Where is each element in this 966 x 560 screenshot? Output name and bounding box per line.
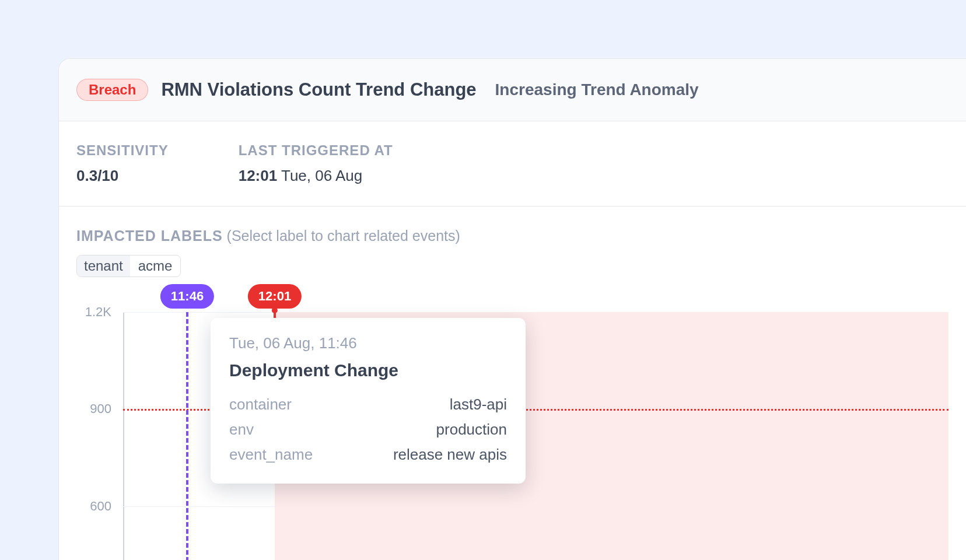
event-bubble-deploy: 11:46 [160, 284, 214, 309]
impacted-labels-header: IMPACTED LABELS (Select label to chart r… [76, 228, 949, 244]
tooltip-timestamp: Tue, 06 Aug, 11:46 [229, 334, 507, 352]
event-bubble-breach: 12:01 [248, 284, 302, 309]
panel-header: Breach RMN Violations Count Trend Change… [59, 59, 966, 121]
breach-panel: Breach RMN Violations Count Trend Change… [58, 58, 966, 560]
summary-row: SENSITIVITY 0.3/10 LAST TRIGGERED AT 12:… [59, 121, 966, 206]
chip-value: acme [130, 256, 181, 276]
trend-chart[interactable]: 1.2K 900 600 11:46 12:01 Tue, 06 Aug, 11… [76, 312, 949, 560]
panel-title: RMN Violations Count Trend Change [161, 79, 476, 100]
chip-key: tenant [77, 256, 130, 276]
summary-last-triggered: LAST TRIGGERED AT 12:01 Tue, 06 Aug [239, 142, 393, 185]
last-triggered-label: LAST TRIGGERED AT [239, 142, 393, 159]
y-axis [123, 312, 124, 560]
event-tooltip: Tue, 06 Aug, 11:46 Deployment Change con… [211, 318, 526, 484]
breach-badge: Breach [76, 79, 148, 101]
last-triggered-value: 12:01 Tue, 06 Aug [239, 167, 393, 185]
panel-subtitle: Increasing Trend Anomaly [495, 80, 699, 99]
tooltip-row-env: envproduction [229, 417, 507, 442]
summary-sensitivity: SENSITIVITY 0.3/10 [76, 142, 169, 185]
ytick-1200: 1.2K [76, 304, 111, 320]
sensitivity-label: SENSITIVITY [76, 142, 169, 159]
tooltip-title: Deployment Change [229, 360, 507, 380]
tooltip-row-event-name: event_namerelease new apis [229, 442, 507, 467]
tooltip-row-container: containerlast9-api [229, 392, 507, 417]
impacted-labels-section: IMPACTED LABELS (Select label to chart r… [59, 206, 966, 277]
ytick-600: 600 [76, 499, 111, 514]
impacted-label-chip-tenant[interactable]: tenant acme [76, 255, 181, 277]
sensitivity-value: 0.3/10 [76, 167, 169, 185]
ytick-900: 900 [76, 401, 111, 416]
plot-area: 11:46 12:01 Tue, 06 Aug, 11:46 Deploymen… [123, 312, 949, 560]
